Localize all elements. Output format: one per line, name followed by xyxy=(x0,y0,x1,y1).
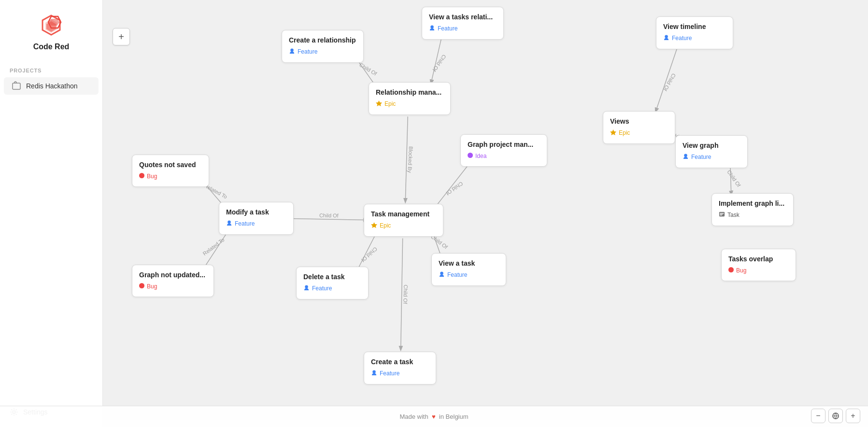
projects-section-label: PROJECTS xyxy=(0,59,102,76)
node-views[interactable]: Views Epic xyxy=(603,111,675,144)
node-badge: Feature xyxy=(371,369,399,378)
edge-view-graph-implement-graph xyxy=(730,167,731,195)
svg-point-11 xyxy=(684,154,687,157)
badge-label: Epic xyxy=(384,100,396,107)
edge-label-view-timeline-views: Child Of xyxy=(662,72,677,92)
node-title: Task management xyxy=(371,210,436,218)
badge-label: Feature xyxy=(447,271,467,278)
badge-icon-feature xyxy=(683,153,689,161)
node-modify-task[interactable]: Modify a task Feature xyxy=(219,202,294,235)
node-create-relationship[interactable]: Create a relationship Feature xyxy=(282,30,364,63)
badge-label: Bug xyxy=(736,267,746,274)
node-relationship-mana[interactable]: Relationship mana... Epic xyxy=(369,82,451,115)
node-title: Graph project man... xyxy=(468,141,540,148)
node-view-timeline[interactable]: View timeline Feature xyxy=(656,16,733,49)
node-title: Create a relationship xyxy=(289,36,356,44)
svg-point-14 xyxy=(228,220,231,224)
badge-label: Feature xyxy=(438,25,457,32)
edge-graph-project-man-task-management xyxy=(433,161,471,210)
add-button[interactable]: + xyxy=(113,28,130,45)
node-badge: Epic xyxy=(376,99,396,109)
feature-icon xyxy=(663,34,669,41)
badge-icon-epic xyxy=(376,100,382,108)
zoom-reset-button[interactable] xyxy=(828,409,843,423)
node-badge: Task xyxy=(719,210,740,220)
bug-icon xyxy=(139,283,144,288)
svg-point-10 xyxy=(468,153,473,158)
badge-label: Feature xyxy=(298,48,317,55)
badge-label: Epic xyxy=(619,129,630,136)
epic-icon xyxy=(610,129,616,135)
node-view-a-task[interactable]: View a task Feature xyxy=(431,253,506,286)
badge-icon-bug xyxy=(139,173,144,180)
badge-icon-idea xyxy=(468,153,473,159)
badge-icon-epic xyxy=(371,222,377,229)
node-view-tasks-rel[interactable]: View a tasks relati... Feature xyxy=(422,7,504,40)
feature-icon xyxy=(439,271,445,277)
svg-point-20 xyxy=(372,370,376,373)
edge-view-timeline-views xyxy=(655,48,677,112)
node-title: Modify a task xyxy=(226,208,286,216)
node-title: Implement graph li... xyxy=(719,199,786,207)
node-implement-graph[interactable]: Implement graph li... Task xyxy=(711,193,794,226)
edge-label-graph-project-man-task-management: Child Of xyxy=(445,181,464,197)
node-badge: Feature xyxy=(226,219,255,228)
node-badge: Feature xyxy=(439,270,467,280)
badge-label: Task xyxy=(727,212,740,218)
zoom-out-button[interactable]: − xyxy=(811,409,825,423)
node-title: Create a task xyxy=(371,358,429,366)
node-delete-a-task[interactable]: Delete a task Feature xyxy=(296,267,369,299)
zoom-controls: − + xyxy=(811,409,860,423)
sidebar-item-redis-hackathon[interactable]: Redis Hackathon xyxy=(4,77,99,95)
badge-label: Feature xyxy=(312,285,332,292)
idea-icon xyxy=(468,153,473,158)
feature-icon xyxy=(429,25,435,31)
badge-label: Feature xyxy=(691,154,711,160)
svg-point-5 xyxy=(430,25,434,28)
badge-label: Feature xyxy=(380,370,399,377)
svg-rect-3 xyxy=(13,83,20,89)
node-title: View graph xyxy=(683,142,740,149)
app-logo xyxy=(38,12,65,39)
globe-icon xyxy=(832,412,840,420)
node-title: Tasks overlap xyxy=(728,255,789,263)
feature-icon xyxy=(226,220,232,226)
badge-label: Feature xyxy=(235,220,255,227)
node-graph-not-updated[interactable]: Graph not updated... Bug xyxy=(132,265,214,297)
node-create-a-task[interactable]: Create a task Feature xyxy=(364,352,436,384)
badge-icon-feature xyxy=(226,220,232,228)
badge-label: Feature xyxy=(672,35,692,42)
node-badge: Epic xyxy=(610,128,630,138)
node-view-graph[interactable]: View graph Feature xyxy=(675,135,748,168)
svg-point-18 xyxy=(139,283,144,288)
badge-icon-bug xyxy=(139,283,144,290)
node-badge: Epic xyxy=(371,221,391,230)
node-quotes-not-saved[interactable]: Quotes not saved Bug xyxy=(132,155,209,187)
badge-icon-feature xyxy=(303,285,310,292)
svg-marker-8 xyxy=(376,100,382,106)
epic-icon xyxy=(371,222,377,228)
bug-icon xyxy=(728,267,734,272)
edge-label-task-management-delete-a-task: Child Of xyxy=(360,246,378,263)
node-badge: Feature xyxy=(683,152,711,162)
bug-icon xyxy=(139,173,144,178)
node-tasks-overlap[interactable]: Tasks overlap Bug xyxy=(721,249,796,281)
badge-icon-epic xyxy=(610,129,616,137)
svg-point-16 xyxy=(728,267,734,272)
edge-label-relationship-mana-task-management: Blocked By xyxy=(407,146,414,173)
node-graph-project-man[interactable]: Graph project man... Idea xyxy=(460,134,547,167)
edge-label-create-relationship-relationship-mana: Child Of xyxy=(358,62,378,77)
node-title: Relationship mana... xyxy=(376,88,443,96)
node-task-management[interactable]: Task management Epic xyxy=(364,204,443,237)
node-title: View timeline xyxy=(663,23,726,30)
edge-task-management-delete-a-task xyxy=(357,232,377,271)
badge-label: Bug xyxy=(147,283,157,290)
edge-label-graph-not-updated-modify-task: Related To xyxy=(202,237,226,256)
node-badge: Feature xyxy=(663,33,692,43)
node-badge: Feature xyxy=(429,24,457,33)
node-title: View a task xyxy=(439,259,499,267)
badge-icon-feature xyxy=(289,48,295,56)
zoom-in-button[interactable]: + xyxy=(846,409,860,423)
node-title: Graph not updated... xyxy=(139,271,207,279)
svg-marker-9 xyxy=(610,129,616,135)
